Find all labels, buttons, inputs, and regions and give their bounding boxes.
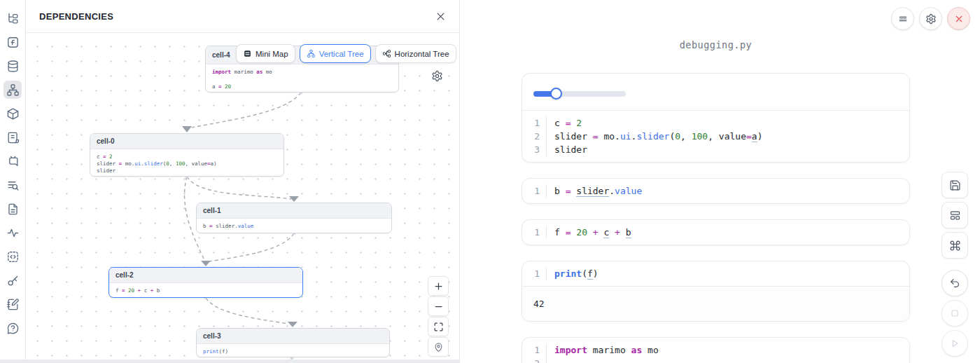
- dependencies-panel: DEPENDENCIES: [26, 0, 460, 363]
- edge-cell1-cell2: [209, 233, 294, 261]
- graph-canvas[interactable]: cell-4 import marimo as mo a = 20 cell-0…: [26, 33, 459, 363]
- notebook-filename[interactable]: debugging.py: [522, 39, 910, 50]
- node-code: f = 20 + c + b: [109, 283, 302, 298]
- graph-view-toolbar: Mini Map Vertical Tree Horizontal Tree: [236, 44, 456, 63]
- shutdown-icon[interactable]: [947, 7, 970, 30]
- left-icon-rail: [0, 0, 26, 363]
- code-editor[interactable]: 1import marimo as mo2: [522, 338, 909, 363]
- graph-settings-gear-icon[interactable]: [431, 70, 443, 82]
- keyboard-shortcuts-command-icon[interactable]: [941, 232, 968, 259]
- edge-arrowhead: [288, 322, 298, 327]
- node-code: b = slider.value: [197, 219, 391, 233]
- node-title: cell-0: [90, 134, 284, 149]
- code-snippet-icon[interactable]: [4, 247, 22, 266]
- cell-output-area: [522, 74, 909, 111]
- console-output: 42: [522, 286, 909, 321]
- minimap-button[interactable]: Mini Map: [236, 44, 295, 63]
- notebook-window-buttons: [891, 7, 970, 30]
- zoom-in-icon[interactable]: [428, 276, 449, 296]
- node-code: c = 2slider = mo.ui.slider(0, 100, value…: [90, 149, 284, 177]
- graph-node-cell-0[interactable]: cell-0 c = 2slider = mo.ui.slider(0, 100…: [90, 133, 284, 177]
- fit-view-icon[interactable]: [428, 317, 449, 336]
- cell-import: 1import marimo as mo2: [522, 337, 910, 363]
- database-icon[interactable]: [4, 57, 22, 75]
- edge-arrowhead: [201, 261, 211, 266]
- code-editor[interactable]: 1print(f): [522, 261, 909, 286]
- cell-print: 1print(f) 42: [522, 261, 910, 322]
- file-text-icon[interactable]: [4, 200, 22, 218]
- undo-icon[interactable]: [941, 270, 968, 296]
- horizontal-tree-button[interactable]: Horizontal Tree: [375, 44, 456, 63]
- cell-slider: 1c = 22slider = mo.ui.slider(0, 100, val…: [522, 73, 910, 163]
- dependencies-header: DEPENDENCIES: [26, 0, 459, 33]
- stop-icon[interactable]: [941, 300, 968, 327]
- horizontal-scrollbar[interactable]: [0, 359, 460, 363]
- cells-container: 1c = 22slider = mo.ui.slider(0, 100, val…: [522, 73, 910, 363]
- graph-node-cell-2[interactable]: cell-2 f = 20 + c + b: [108, 267, 303, 298]
- vertical-tree-button[interactable]: Vertical Tree: [300, 44, 371, 63]
- graph-node-cell-3[interactable]: cell-3 print(f): [196, 328, 390, 357]
- edge-cell4-cell0: [192, 93, 301, 128]
- settings-gear-icon[interactable]: [919, 7, 942, 30]
- function-square-icon[interactable]: [4, 33, 22, 51]
- layout-panels-icon[interactable]: [941, 202, 968, 228]
- notebook-pen-icon[interactable]: [4, 295, 22, 313]
- file-tree-icon[interactable]: [4, 9, 22, 27]
- close-icon[interactable]: [435, 11, 446, 22]
- activity-pulse-icon[interactable]: [4, 224, 22, 242]
- minimap-icon: [243, 49, 252, 58]
- notebook-column: debugging.py 1c = 22slider = mo.ui.slide…: [522, 39, 910, 363]
- cell-b: 1b = slider.value: [522, 178, 910, 204]
- code-editor[interactable]: 1b = slider.value: [522, 179, 909, 203]
- notebook-area: debugging.py 1c = 22slider = mo.ui.slide…: [460, 0, 980, 363]
- menu-icon[interactable]: [891, 7, 914, 30]
- graph-node-cell-1[interactable]: cell-1 b = slider.value: [196, 203, 392, 233]
- scroll-text-icon[interactable]: [4, 128, 22, 146]
- edge-cell0-cell1: [187, 177, 291, 199]
- node-title: cell-3: [197, 329, 389, 344]
- node-title: cell-1: [197, 203, 391, 219]
- code-editor[interactable]: 1f = 20 + c + b: [522, 220, 909, 245]
- vertical-tree-icon: [307, 49, 316, 58]
- list-search-icon[interactable]: [4, 176, 22, 194]
- help-bubble-icon[interactable]: [4, 319, 22, 337]
- edge-arrowhead: [182, 126, 192, 132]
- node-title: cell-2: [109, 268, 302, 283]
- marimo-app: DEPENDENCIES: [0, 0, 980, 363]
- key-icon[interactable]: [4, 271, 22, 289]
- code-editor[interactable]: 1c = 22slider = mo.ui.slider(0, 100, val…: [522, 111, 909, 162]
- node-code: print(f): [197, 344, 389, 357]
- zoom-out-icon[interactable]: [428, 296, 449, 316]
- cell-f: 1f = 20 + c + b: [522, 219, 910, 245]
- node-code: import marimo as mo a = 20: [206, 64, 398, 93]
- edge-cell2-cell3: [206, 298, 288, 324]
- graph-zoom-controls: [428, 276, 449, 357]
- center-selection-pin-icon[interactable]: [428, 337, 449, 357]
- package-box-icon[interactable]: [4, 104, 22, 123]
- chat-bot-icon[interactable]: [4, 152, 22, 170]
- slider-thumb[interactable]: [550, 88, 562, 100]
- slider-widget[interactable]: [533, 88, 626, 100]
- horizontal-tree-icon: [382, 49, 391, 58]
- panel-title: DEPENDENCIES: [39, 11, 113, 22]
- save-icon[interactable]: [941, 172, 968, 198]
- dependency-graph-icon[interactable]: [4, 81, 22, 99]
- notebook-action-buttons: [941, 172, 968, 357]
- run-all-play-icon[interactable]: [941, 330, 968, 357]
